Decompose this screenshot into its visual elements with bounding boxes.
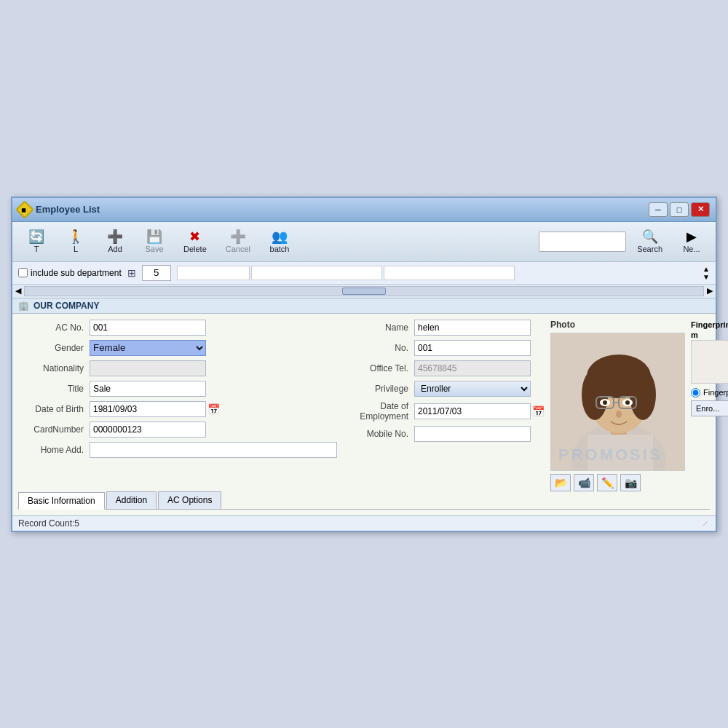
- svg-point-6: [630, 369, 656, 420]
- next-label: Ne...: [683, 245, 700, 253]
- no-input[interactable]: [414, 340, 531, 356]
- doe-input[interactable]: [414, 403, 531, 419]
- company-icon: 🏢: [18, 301, 29, 311]
- gender-select[interactable]: Female Male: [90, 340, 206, 356]
- next-icon: ▶: [687, 230, 697, 243]
- scroll-right-btn[interactable]: ▶: [707, 286, 713, 296]
- add-button[interactable]: ➕ Add: [97, 226, 133, 257]
- privilege-row: Privilege Enroller User Admin: [343, 381, 545, 397]
- privilege-select[interactable]: Enroller User Admin: [414, 381, 531, 397]
- dob-calendar-icon[interactable]: 📅: [207, 403, 220, 415]
- scroll-left-btn[interactable]: ◀: [15, 286, 21, 296]
- save-button[interactable]: 💾 Save: [136, 226, 173, 257]
- include-sub-dept-text: include sub department: [31, 268, 122, 278]
- maximize-button[interactable]: □: [670, 202, 689, 217]
- card-row: CardNumber: [18, 422, 337, 438]
- privilege-label: Privilege: [343, 384, 408, 394]
- mobile-label: Mobile No.: [343, 429, 408, 439]
- filter-input[interactable]: [142, 265, 171, 281]
- company-row: 🏢 OUR COMPANY: [12, 298, 716, 314]
- photo-box: PROMOSIS: [550, 333, 685, 471]
- card-label: CardNumber: [18, 424, 84, 435]
- home-add-input[interactable]: [90, 442, 337, 458]
- delete-button[interactable]: ✖ Delete: [175, 226, 215, 257]
- gender-row: Gender Female Male: [18, 340, 337, 356]
- nationality-label: Nationality: [18, 363, 84, 373]
- left-column: AC No. Gender Female Male Nationality Ti…: [18, 320, 337, 491]
- cancel-icon: ➕: [230, 230, 246, 243]
- mobile-row: Mobile No.: [343, 426, 545, 442]
- title-row: Title: [18, 381, 337, 397]
- search-button[interactable]: 🔍 Search: [629, 226, 670, 257]
- save-label: Save: [145, 245, 163, 253]
- dob-input[interactable]: [90, 401, 206, 417]
- photo-open-btn[interactable]: 📂: [550, 474, 571, 491]
- tool-l-button[interactable]: 🚶 L: [58, 226, 94, 257]
- fp-radio-row: Fingerpr...: [691, 388, 728, 397]
- no-label: No.: [343, 343, 408, 353]
- tab-basic-information[interactable]: Basic Information: [18, 492, 105, 510]
- main-content: AC No. Gender Female Male Nationality Ti…: [12, 314, 716, 515]
- toolbar: 🔄 T 🚶 L ➕ Add 💾 Save ✖ Delete ➕ Cancel 👥…: [12, 222, 716, 262]
- delete-label: Delete: [183, 245, 207, 253]
- record-count: Record Count:5: [18, 518, 79, 529]
- include-sub-dept-checkbox[interactable]: [18, 268, 28, 277]
- gender-label: Gender: [18, 343, 84, 353]
- tab-ac-options[interactable]: AC Options: [158, 491, 221, 509]
- delete-icon: ✖: [189, 230, 200, 243]
- dob-row: Date of Birth 📅: [18, 401, 337, 417]
- close-button[interactable]: ✕: [691, 202, 710, 217]
- ac-no-input[interactable]: [90, 320, 206, 336]
- name-input[interactable]: [414, 320, 531, 336]
- photo-video-btn[interactable]: 📹: [574, 474, 594, 491]
- svg-point-5: [582, 369, 608, 420]
- quick-search-input[interactable]: [539, 232, 626, 252]
- fingerprint-label: Fingerprint m: [691, 320, 728, 339]
- mobile-input[interactable]: [414, 426, 531, 442]
- batch-label: batch: [270, 245, 290, 253]
- svg-text:PROMOSIS: PROMOSIS: [558, 446, 662, 464]
- tool-t-button[interactable]: 🔄 T: [18, 226, 55, 257]
- scroll-bar-row: ◀ ▶: [12, 285, 716, 298]
- fp-radio-label: Fingerpr...: [703, 388, 728, 397]
- doe-field: 📅: [414, 403, 545, 419]
- right-column: Name No. Office Tel. Privilege Enroller …: [343, 320, 545, 491]
- svg-point-14: [616, 411, 622, 418]
- walk-icon: 🚶: [68, 230, 84, 243]
- name-row: Name: [343, 320, 545, 336]
- photo-edit-btn[interactable]: ✏️: [597, 474, 617, 491]
- tab-addition[interactable]: Addition: [106, 491, 157, 509]
- fp-radio-input[interactable]: [691, 388, 700, 397]
- enroll-button[interactable]: Enro...: [691, 400, 728, 416]
- cancel-button[interactable]: ➕ Cancel: [218, 226, 258, 257]
- company-name: OUR COMPANY: [33, 301, 99, 311]
- tool-l-label: L: [74, 245, 78, 253]
- doe-calendar-icon[interactable]: 📅: [532, 405, 545, 417]
- include-sub-dept-label[interactable]: include sub department: [18, 268, 122, 278]
- save-icon: 💾: [146, 230, 162, 243]
- next-button[interactable]: ▶ Ne...: [673, 226, 710, 257]
- photo-label: Photo: [550, 320, 575, 330]
- title-input[interactable]: [90, 381, 206, 397]
- office-tel-label: Office Tel.: [343, 363, 408, 373]
- tabs-row: Basic Information Addition AC Options: [18, 491, 710, 510]
- doe-row: Date of Employment 📅: [343, 401, 545, 422]
- dob-field: 📅: [90, 401, 220, 417]
- no-row: No.: [343, 340, 545, 356]
- tool-t-label: T: [34, 245, 39, 253]
- photo-camera-btn[interactable]: 📷: [620, 474, 641, 491]
- card-input[interactable]: [90, 422, 206, 438]
- office-tel-input[interactable]: [414, 360, 531, 376]
- svg-point-13: [625, 400, 630, 405]
- dob-label: Date of Birth: [18, 404, 84, 414]
- home-add-row: Home Add.: [18, 442, 337, 458]
- batch-button[interactable]: 👥 batch: [261, 226, 298, 257]
- svg-point-12: [603, 400, 607, 405]
- title-bar: ◆ Employee List ─ □ ✕: [12, 198, 716, 222]
- resize-handle: ⟋: [701, 518, 710, 529]
- nationality-row: Nationality: [18, 360, 337, 376]
- search-label: Search: [637, 245, 662, 253]
- minimize-button[interactable]: ─: [649, 202, 668, 217]
- nationality-input[interactable]: [90, 360, 206, 376]
- name-label: Name: [343, 323, 408, 333]
